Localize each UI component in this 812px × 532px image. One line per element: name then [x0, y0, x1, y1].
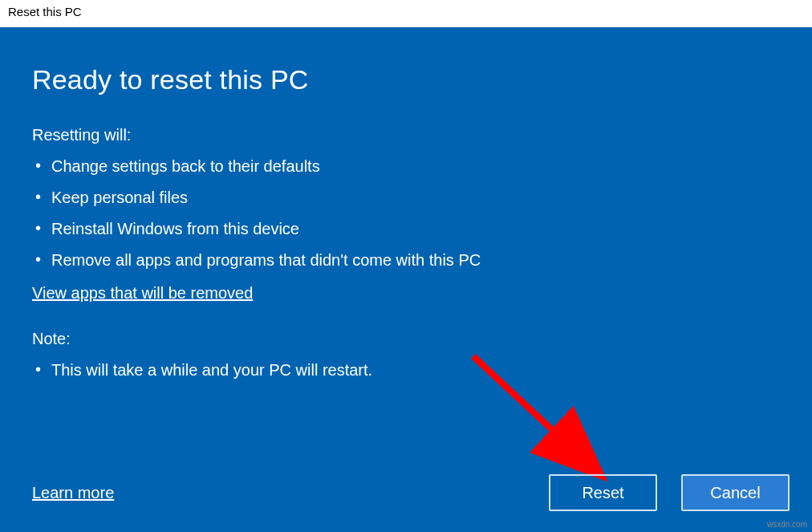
list-item: Remove all apps and programs that didn't…	[34, 245, 780, 276]
resetting-label: Resetting will:	[32, 126, 780, 144]
resetting-section: Resetting will: Change settings back to …	[32, 126, 780, 276]
window-titlebar: Reset this PC	[0, 0, 812, 27]
reset-button[interactable]: Reset	[549, 474, 657, 511]
cancel-button[interactable]: Cancel	[681, 474, 790, 511]
note-section: Note: This will take a while and your PC…	[32, 330, 780, 386]
note-list: This will take a while and your PC will …	[32, 355, 780, 386]
button-group: Reset Cancel	[549, 474, 796, 511]
learn-more-link[interactable]: Learn more	[32, 484, 114, 502]
list-item: Keep personal files	[34, 182, 780, 213]
watermark-text: wsxdn.com	[767, 520, 807, 529]
list-item: This will take a while and your PC will …	[34, 355, 780, 386]
footer-row: Learn more Reset Cancel	[32, 474, 796, 511]
list-item: Reinstall Windows from this device	[34, 213, 780, 245]
note-label: Note:	[32, 330, 780, 348]
page-heading: Ready to reset this PC	[32, 64, 780, 95]
window-title: Reset this PC	[8, 5, 82, 18]
reset-panel: Ready to reset this PC Resetting will: C…	[0, 27, 812, 532]
list-item: Change settings back to their defaults	[34, 151, 780, 182]
view-apps-link[interactable]: View apps that will be removed	[32, 284, 253, 303]
resetting-list: Change settings back to their defaults K…	[32, 151, 780, 276]
